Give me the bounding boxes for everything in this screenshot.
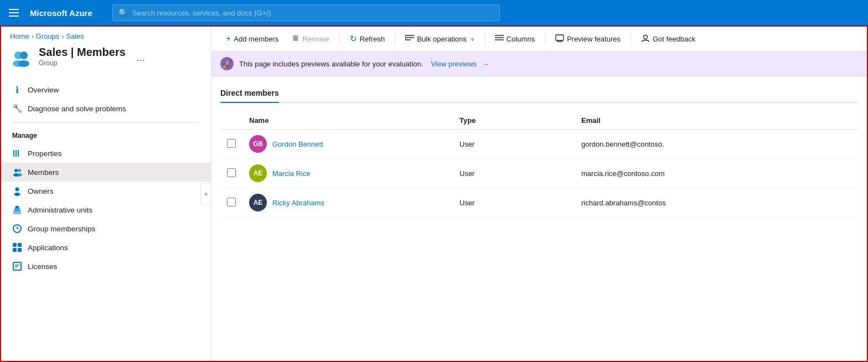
row-checkbox-2[interactable]	[227, 198, 236, 206]
svg-rect-18	[18, 243, 22, 247]
columns-label: Columns	[507, 35, 535, 43]
sidebar-item-diagnose[interactable]: 🔧 Diagnose and solve problems	[1, 99, 211, 118]
member-avatar-0: GB	[249, 135, 267, 153]
col-header-email: Email	[575, 112, 858, 130]
search-bar[interactable]: 🔍	[112, 4, 500, 21]
preview-banner-text: This page includes previews available fo…	[239, 60, 423, 68]
svg-point-12	[14, 193, 20, 196]
search-icon: 🔍	[118, 8, 128, 17]
main-layout: Home › Groups › Sales Sales | Members Gr…	[0, 25, 868, 362]
members-icon	[12, 167, 22, 177]
sidebar-item-members[interactable]: Members	[1, 163, 211, 182]
collapse-button[interactable]: «	[200, 183, 211, 205]
col-header-checkbox	[220, 112, 242, 130]
columns-button[interactable]: Columns	[489, 32, 540, 46]
member-name-cell-0: GB Gordon Bennett	[242, 130, 453, 159]
sidebar-item-group-memberships[interactable]: Group memberships	[1, 219, 211, 238]
sidebar-item-group-memberships-label: Group memberships	[28, 225, 95, 233]
sidebar-item-members-label: Members	[28, 168, 59, 177]
row-checkbox-1[interactable]	[227, 168, 236, 177]
preview-banner-icon: 🚀	[220, 57, 234, 70]
preview-banner: 🚀 This page includes previews available …	[211, 51, 867, 76]
got-feedback-button[interactable]: Got feedback	[636, 32, 701, 46]
trash-icon	[292, 34, 299, 44]
table-row: AE Marcia Rice User marcia.rice@contoso.…	[220, 159, 858, 188]
toolbar-sep-1	[339, 32, 340, 45]
remove-button[interactable]: Remove	[286, 32, 334, 46]
sidebar-item-owners[interactable]: Owners	[1, 182, 211, 200]
view-previews-link[interactable]: View previews	[431, 60, 477, 68]
member-name-cell-1: AE Marcia Rice	[242, 159, 453, 188]
svg-point-37	[643, 35, 647, 39]
member-avatar-2: AE	[249, 194, 267, 211]
preview-features-button[interactable]: Preview features	[550, 32, 626, 46]
member-name-2[interactable]: Ricky Abrahams	[272, 199, 324, 207]
svg-point-1	[20, 51, 28, 59]
member-name-cell-2: AE Ricky Abrahams	[242, 188, 453, 218]
row-checkbox-cell	[220, 188, 242, 218]
sidebar-item-properties-label: Properties	[28, 149, 62, 158]
sidebar-item-diagnose-label: Diagnose and solve problems	[28, 105, 126, 113]
refresh-button[interactable]: ↻ Refresh	[344, 31, 391, 46]
row-checkbox-0[interactable]	[227, 139, 236, 148]
toolbar: + Add members Remove ↻ Refresh	[211, 27, 867, 51]
breadcrumb-sep-2: ›	[61, 33, 64, 40]
add-members-button[interactable]: + Add members	[220, 31, 284, 46]
toolbar-sep-3	[484, 32, 485, 45]
svg-point-3	[18, 60, 29, 67]
view-previews-arrow: →	[482, 60, 489, 68]
breadcrumb-home[interactable]: Home	[10, 32, 29, 40]
owners-icon	[12, 186, 22, 196]
manage-section-label: Manage	[1, 125, 211, 142]
preview-features-label: Preview features	[567, 35, 621, 43]
member-name-1[interactable]: Marcia Rice	[272, 169, 311, 178]
svg-rect-24	[292, 36, 299, 37]
collapse-icon: «	[204, 190, 208, 197]
table-header-row: Name Type Email	[220, 112, 858, 130]
svg-rect-15	[16, 206, 19, 208]
search-input[interactable]	[132, 9, 494, 17]
svg-point-8	[18, 169, 21, 172]
nav-divider-1	[12, 122, 200, 123]
svg-rect-19	[13, 248, 17, 252]
add-members-label: Add members	[234, 35, 278, 43]
hamburger-menu[interactable]	[7, 7, 21, 19]
svg-rect-4	[13, 150, 14, 157]
members-tabs: Direct members	[220, 85, 858, 103]
columns-icon	[495, 34, 504, 44]
refresh-label: Refresh	[360, 35, 385, 43]
sidebar-item-properties[interactable]: Properties	[1, 144, 211, 163]
applications-icon	[12, 242, 22, 252]
properties-icon	[12, 148, 22, 158]
more-button[interactable]: ...	[137, 52, 145, 64]
bulk-chevron-icon: ∨	[471, 36, 474, 42]
content-area: + Add members Remove ↻ Refresh	[211, 27, 867, 361]
row-checkbox-cell	[220, 159, 242, 188]
breadcrumb-sales[interactable]: Sales	[66, 32, 84, 40]
svg-point-7	[14, 169, 18, 172]
member-type-0: User	[453, 130, 575, 159]
sidebar-item-overview[interactable]: ℹ Overview	[1, 80, 211, 99]
sidebar-item-applications[interactable]: Applications	[1, 238, 211, 257]
bulk-operations-button[interactable]: Bulk operations ∨	[400, 32, 480, 46]
member-name-0[interactable]: Gordon Bennett	[272, 140, 323, 148]
row-checkbox-cell	[220, 130, 242, 159]
breadcrumb-groups[interactable]: Groups	[36, 32, 60, 40]
info-icon: ℹ	[12, 85, 22, 95]
member-type-1: User	[453, 159, 575, 188]
sidebar-item-licenses[interactable]: Licenses	[1, 257, 211, 276]
sidebar-item-admin-units[interactable]: Administrative units	[1, 200, 211, 219]
table-row: AE Ricky Abrahams User richard.abrahams@…	[220, 188, 858, 218]
member-type-2: User	[453, 188, 575, 218]
nav-section-main: ℹ Overview 🔧 Diagnose and solve problems	[1, 78, 211, 120]
svg-rect-13	[13, 210, 21, 214]
toolbar-sep-4	[545, 32, 545, 45]
tab-direct-members[interactable]: Direct members	[220, 85, 279, 103]
svg-rect-25	[294, 35, 297, 36]
got-feedback-label: Got feedback	[653, 35, 695, 43]
sidebar: Home › Groups › Sales Sales | Members Gr…	[1, 27, 211, 361]
licenses-icon	[12, 261, 22, 271]
member-email-2: richard.abrahams@contos	[575, 188, 858, 218]
svg-rect-6	[18, 150, 19, 157]
col-header-type: Type	[453, 112, 575, 130]
